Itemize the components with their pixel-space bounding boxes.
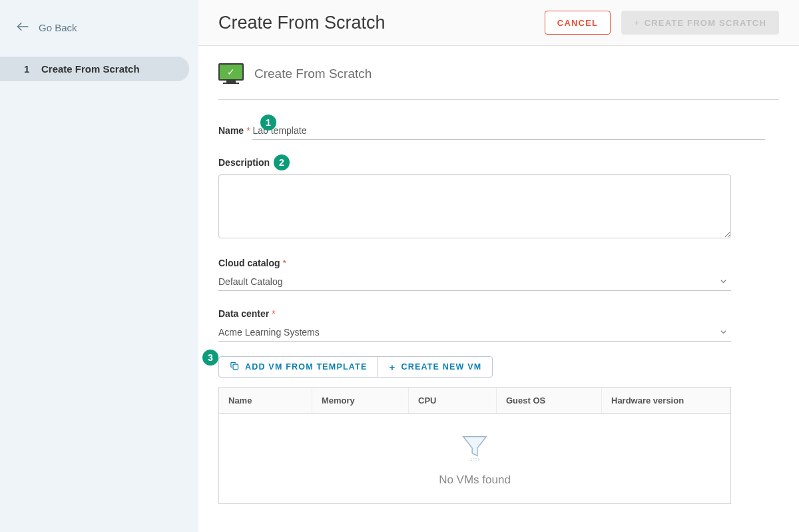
vm-table: Name Memory CPU Guest OS Hardware versio… [218,387,731,504]
catalog-label: Cloud catalog [218,258,280,268]
name-input[interactable] [252,120,765,140]
create-button: + CREATE FROM SCRATCH [621,11,779,35]
catalog-select[interactable]: Default Catalog [218,271,731,291]
name-field-group: Name * 1 [218,117,779,140]
col-guest-os[interactable]: Guest OS [497,388,602,413]
table-body: No VMs found [219,414,730,503]
required-asterisk: * [283,258,286,268]
filter-funnel-icon [459,431,490,464]
catalog-field-group: Cloud catalog * Default Catalog [218,258,779,291]
required-asterisk: * [272,308,275,319]
go-back-link[interactable]: Go Back [0,0,198,35]
required-asterisk: * [246,125,250,136]
cancel-button[interactable]: CANCEL [545,11,611,35]
datacenter-label: Data center [218,308,269,319]
vm-actions-group: 3 ADD VM FROM TEMPLATE + CREATE NEW VM [218,348,779,504]
create-vm-label: CREATE NEW VM [401,362,481,372]
svg-rect-1 [233,364,238,370]
header-actions: CANCEL + CREATE FROM SCRATCH [545,11,779,35]
sidebar: Go Back 1 Create From Scratch [0,0,198,532]
add-vm-from-template-button[interactable]: ADD VM FROM TEMPLATE [219,357,378,377]
callout-2: 2 [274,154,290,170]
callout-3: 3 [202,350,218,366]
chevron-down-icon [720,327,727,338]
datacenter-select[interactable]: Acme Learning Systems [218,322,731,342]
arrow-left-icon [16,20,29,35]
col-cpu[interactable]: CPU [409,388,497,413]
description-label: Description [218,157,270,168]
create-new-vm-button[interactable]: + CREATE NEW VM [378,357,492,377]
col-hardware[interactable]: Hardware version [602,388,730,413]
go-back-label: Go Back [39,22,77,33]
catalog-value: Default Catalog [218,276,283,287]
create-button-label: CREATE FROM SCRATCH [645,18,766,28]
callout-1: 1 [260,115,276,131]
name-label: Name [218,125,244,136]
datacenter-value: Acme Learning Systems [218,327,320,338]
col-name[interactable]: Name [219,388,312,413]
monitor-check-icon: ✓ [218,63,244,85]
datacenter-field-group: Data center * Acme Learning Systems [218,308,779,342]
plus-icon: + [389,362,396,372]
description-input[interactable] [218,174,731,238]
vm-action-row: ADD VM FROM TEMPLATE + CREATE NEW VM [218,356,493,378]
page-title: Create From Scratch [218,13,386,33]
description-field-group: Description 2 [218,157,779,240]
content: ✓ Create From Scratch Name * 1 Descripti… [198,46,799,532]
wizard-step-1[interactable]: 1 Create From Scratch [0,57,189,81]
col-memory[interactable]: Memory [312,388,409,413]
copy-icon [230,361,240,373]
wizard-steps: 1 Create From Scratch [0,57,198,81]
table-header: Name Memory CPU Guest OS Hardware versio… [219,388,730,414]
chevron-down-icon [720,276,727,287]
empty-state-text: No VMs found [439,473,511,487]
plus-icon: + [634,17,640,28]
svg-point-2 [470,458,479,461]
header: Create From Scratch CANCEL + CREATE FROM… [198,0,799,46]
section-header: ✓ Create From Scratch [218,46,779,100]
main-panel: Create From Scratch CANCEL + CREATE FROM… [198,0,799,532]
section-title: Create From Scratch [254,67,372,81]
step-number: 1 [24,63,41,75]
add-vm-label: ADD VM FROM TEMPLATE [245,362,367,372]
step-label: Create From Scratch [41,63,140,75]
